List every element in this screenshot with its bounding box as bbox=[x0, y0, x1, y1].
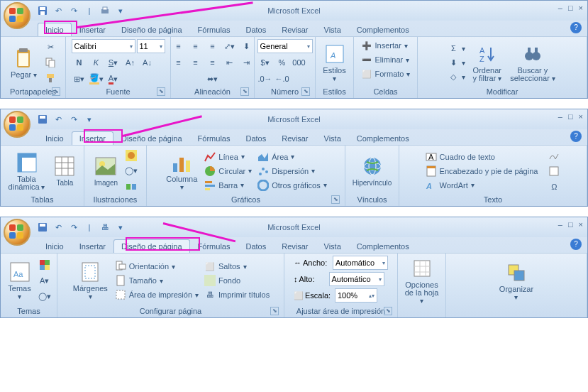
minimize-button[interactable]: – bbox=[558, 220, 562, 229]
line-chart-button[interactable]: Línea ▾ bbox=[203, 151, 253, 163]
sheet-options-button[interactable]: Opciones de la hoja ▾ bbox=[401, 256, 442, 306]
office-button[interactable] bbox=[4, 2, 30, 29]
orientation-icon[interactable]: ⤢▾ bbox=[222, 39, 238, 53]
tab-inicio[interactable]: Inicio bbox=[38, 131, 72, 145]
breaks-button[interactable]: ⬜Saltos ▾ bbox=[203, 260, 271, 273]
decrease-decimal-icon[interactable]: ←.0 bbox=[274, 72, 290, 86]
arrange-button[interactable]: Organizar▾ bbox=[497, 260, 536, 303]
increase-decimal-icon[interactable]: .0→ bbox=[257, 72, 273, 86]
align-right-icon[interactable]: ≡ bbox=[205, 55, 221, 70]
border-icon[interactable]: ⊞▾ bbox=[72, 72, 87, 86]
tab-insertar[interactable]: Insertar bbox=[72, 131, 113, 145]
italic-button[interactable]: K bbox=[89, 55, 104, 70]
bar-chart-button[interactable]: Barra ▾ bbox=[203, 179, 253, 192]
tab-inicio[interactable]: Inicio bbox=[38, 239, 72, 253]
tab-insertar[interactable]: Insertar bbox=[72, 23, 113, 36]
tab-complementos[interactable]: Complementos bbox=[349, 23, 417, 36]
tab-diseno[interactable]: Diseño de página bbox=[113, 23, 190, 36]
tab-complementos[interactable]: Complementos bbox=[349, 239, 417, 253]
dialog-launcher-icon[interactable]: ⬊ bbox=[52, 87, 60, 96]
format-cells-button[interactable]: ⬜Formato ▾ bbox=[360, 67, 412, 80]
decrease-font-icon[interactable]: A↓ bbox=[140, 55, 155, 70]
close-button[interactable]: × bbox=[579, 220, 583, 229]
increase-indent-icon[interactable]: ⇥ bbox=[239, 55, 255, 70]
scatter-chart-button[interactable]: Dispersión ▾ bbox=[256, 165, 328, 178]
qat-dropdown-icon[interactable]: ▾ bbox=[114, 221, 127, 234]
image-button[interactable]: Imagen bbox=[91, 153, 121, 188]
copy-icon[interactable] bbox=[43, 55, 58, 70]
undo-icon[interactable]: ↶ bbox=[52, 113, 65, 126]
symbol-icon[interactable]: Ω bbox=[546, 180, 562, 194]
redo-icon[interactable]: ↷ bbox=[67, 113, 80, 126]
tab-inicio[interactable]: Inicio bbox=[38, 23, 72, 36]
font-size-combo[interactable]: 11▾ bbox=[137, 39, 165, 53]
tab-vista[interactable]: Vista bbox=[316, 239, 349, 253]
undo-icon[interactable]: ↶ bbox=[52, 4, 65, 17]
close-button[interactable]: × bbox=[579, 4, 583, 12]
theme-effects-icon[interactable]: ◯▾ bbox=[37, 289, 52, 303]
delete-cells-button[interactable]: ➖Eliminar ▾ bbox=[360, 53, 412, 66]
tab-formulas[interactable]: Fórmulas bbox=[190, 239, 238, 253]
qat-dropdown-icon[interactable]: ▾ bbox=[114, 4, 127, 17]
find-select-button[interactable]: Buscar y seleccionar ▾ bbox=[507, 41, 558, 84]
increase-font-icon[interactable]: A↑ bbox=[123, 55, 138, 70]
theme-colors-icon[interactable] bbox=[37, 258, 52, 272]
minimize-button[interactable]: – bbox=[558, 4, 562, 12]
tab-complementos[interactable]: Complementos bbox=[349, 131, 417, 145]
tab-vista[interactable]: Vista bbox=[316, 23, 349, 36]
undo-icon[interactable]: ↶ bbox=[52, 221, 65, 234]
background-button[interactable]: Fondo bbox=[203, 274, 271, 287]
help-icon[interactable]: ? bbox=[570, 131, 582, 142]
table-button[interactable]: Tabla bbox=[50, 153, 79, 188]
textbox-button[interactable]: ACuadro de texto bbox=[424, 151, 540, 163]
align-top-icon[interactable]: ≡ bbox=[171, 39, 187, 53]
tab-vista[interactable]: Vista bbox=[316, 131, 349, 145]
pie-chart-button[interactable]: Circular ▾ bbox=[203, 165, 253, 178]
wordart-button[interactable]: AWordArt ▾ bbox=[424, 179, 540, 192]
redo-icon[interactable]: ↷ bbox=[67, 4, 80, 17]
tab-revisar[interactable]: Revisar bbox=[274, 23, 316, 36]
hyperlink-button[interactable]: Hipervínculo bbox=[350, 153, 395, 188]
help-icon[interactable]: ? bbox=[570, 239, 582, 250]
smartart-icon[interactable] bbox=[123, 180, 139, 194]
merge-cells-icon[interactable]: ⬌▾ bbox=[204, 72, 221, 86]
dialog-launcher-icon[interactable]: ⬊ bbox=[270, 307, 279, 315]
area-chart-button[interactable]: Área ▾ bbox=[256, 151, 328, 163]
signature-icon[interactable] bbox=[546, 148, 562, 163]
percent-icon[interactable]: % bbox=[274, 55, 290, 70]
tab-datos[interactable]: Datos bbox=[238, 23, 274, 36]
bold-button[interactable]: N bbox=[72, 55, 87, 70]
tab-formulas[interactable]: Fórmulas bbox=[190, 131, 238, 145]
tab-datos[interactable]: Datos bbox=[238, 131, 274, 145]
dialog-launcher-icon[interactable]: ⬊ bbox=[157, 87, 165, 96]
dialog-launcher-icon[interactable]: ⬊ bbox=[331, 195, 340, 204]
object-icon[interactable] bbox=[546, 164, 562, 178]
shapes-icon[interactable]: ◯▾ bbox=[123, 164, 139, 178]
margins-button[interactable]: Márgenes▾ bbox=[70, 259, 111, 302]
number-format-combo[interactable]: General▾ bbox=[257, 39, 313, 53]
wrap-text-icon[interactable]: ⬇ bbox=[239, 39, 255, 53]
dialog-launcher-icon[interactable]: ⬊ bbox=[301, 87, 310, 96]
decrease-indent-icon[interactable]: ⇤ bbox=[222, 55, 238, 70]
fill-button[interactable]: ⬇▾ bbox=[446, 56, 467, 69]
print-icon[interactable]: 🖶 bbox=[99, 221, 111, 234]
tab-formulas[interactable]: Fórmulas bbox=[190, 23, 238, 36]
format-painter-icon[interactable] bbox=[43, 71, 58, 85]
print-icon[interactable] bbox=[99, 4, 111, 17]
size-button[interactable]: Tamaño ▾ bbox=[113, 274, 200, 287]
print-area-button[interactable]: Área de impresión ▾ bbox=[113, 288, 200, 301]
clear-button[interactable]: ◇▾ bbox=[446, 70, 467, 83]
insert-cells-button[interactable]: ➕Insertar ▾ bbox=[360, 39, 412, 52]
clipart-icon[interactable] bbox=[123, 148, 139, 163]
tab-insertar[interactable]: Insertar bbox=[72, 239, 113, 253]
save-icon[interactable] bbox=[36, 4, 49, 17]
fill-color-icon[interactable]: 🪣▾ bbox=[89, 72, 104, 86]
tab-datos[interactable]: Datos bbox=[238, 239, 274, 253]
height-combo[interactable]: Automático▾ bbox=[329, 272, 384, 286]
redo-icon[interactable]: ↷ bbox=[67, 221, 80, 234]
help-icon[interactable]: ? bbox=[570, 22, 582, 33]
autosum-button[interactable]: Σ▾ bbox=[446, 42, 467, 55]
dialog-launcher-icon[interactable]: ⬊ bbox=[240, 87, 249, 96]
tab-revisar[interactable]: Revisar bbox=[274, 131, 316, 145]
comma-icon[interactable]: 000 bbox=[292, 55, 307, 70]
